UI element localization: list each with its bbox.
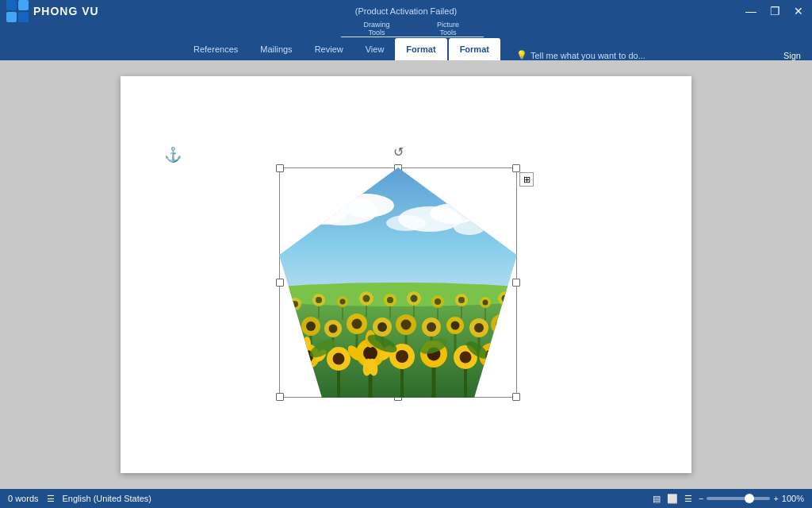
svg-point-30 xyxy=(435,298,441,305)
svg-point-63 xyxy=(451,321,460,330)
svg-point-83 xyxy=(333,353,345,365)
handle-middle-left[interactable] xyxy=(276,279,284,287)
svg-point-18 xyxy=(340,299,346,305)
svg-point-66 xyxy=(474,323,484,333)
language: English (United States) xyxy=(63,494,152,503)
svg-point-6 xyxy=(386,215,426,231)
svg-point-21 xyxy=(363,295,370,302)
close-button[interactable]: ✕ xyxy=(791,4,806,18)
shape-selection[interactable]: ↺ ⊞ xyxy=(279,167,517,398)
tab-format-picture[interactable]: Format xyxy=(449,38,500,60)
tab-view[interactable]: View xyxy=(354,38,396,60)
zoom-percent: 100% xyxy=(782,494,804,503)
svg-point-60 xyxy=(427,322,436,332)
svg-point-57 xyxy=(401,320,412,330)
view-print-icon[interactable]: ▤ xyxy=(653,494,661,504)
tab-references[interactable]: References xyxy=(182,38,249,60)
handle-top-right[interactable] xyxy=(512,164,520,172)
logo: PHONG VU xyxy=(6,0,99,22)
status-bar: 0 words ☰ English (United States) ▤ ⬜ ☰ … xyxy=(0,489,812,508)
svg-point-36 xyxy=(483,300,488,306)
layout-options-icon[interactable]: ⊞ xyxy=(519,172,534,187)
restore-button[interactable]: ❐ xyxy=(768,4,782,18)
svg-point-86 xyxy=(363,346,377,360)
zoom-slider[interactable] xyxy=(707,497,770,500)
handle-bottom-left[interactable] xyxy=(276,393,284,401)
status-right: ▤ ⬜ ☰ − + 100% xyxy=(653,494,804,504)
picture-tools-label: Picture Tools xyxy=(412,21,484,37)
handle-bottom-right[interactable] xyxy=(512,393,520,401)
svg-point-45 xyxy=(306,321,316,331)
tool-category-headers: Drawing Tools Picture Tools xyxy=(0,22,812,35)
svg-point-48 xyxy=(329,325,338,333)
zoom-minus-button[interactable]: − xyxy=(699,494,703,503)
drawing-tools-label: Drawing Tools xyxy=(341,21,412,37)
zoom-bar: − + 100% xyxy=(699,494,804,503)
view-web-icon[interactable]: ⬜ xyxy=(667,494,678,504)
handle-middle-right[interactable] xyxy=(512,279,520,287)
title-bar: PHONG VU (Product Activation Failed) — ❐… xyxy=(0,0,812,22)
logo-grid xyxy=(6,0,29,22)
minimize-button[interactable]: — xyxy=(744,4,758,18)
document-area: ⚓ ↺ ⊞ xyxy=(0,60,812,489)
tell-me-icon: 💡 xyxy=(516,50,527,60)
status-left: 0 words ☰ English (United States) xyxy=(8,494,151,504)
svg-point-33 xyxy=(458,297,465,303)
tell-me-text: Tell me what you want to do... xyxy=(530,51,645,60)
window-controls: — ❐ ✕ xyxy=(744,4,806,18)
logo-text: PHONG VU xyxy=(33,5,99,17)
rotate-handle[interactable]: ↺ xyxy=(392,145,404,158)
svg-point-51 xyxy=(352,319,362,329)
handle-top-left[interactable] xyxy=(276,164,284,172)
svg-point-54 xyxy=(377,322,387,332)
svg-point-97 xyxy=(396,350,408,363)
ribbon-tabs: References Mailings Review View Format F… xyxy=(0,35,812,60)
word-count: 0 words xyxy=(8,494,39,503)
tell-me-bar[interactable]: 💡 Tell me what you want to do... xyxy=(500,50,772,60)
zoom-thumb xyxy=(745,494,754,503)
title-bar-left: PHONG VU xyxy=(6,0,99,22)
window-title: (Product Activation Failed) xyxy=(355,6,457,16)
tab-mailings[interactable]: Mailings xyxy=(249,38,303,60)
tab-format-drawing[interactable]: Format xyxy=(395,38,446,60)
svg-point-24 xyxy=(387,297,393,303)
anchor-icon: ⚓ xyxy=(164,146,182,164)
tab-review[interactable]: Review xyxy=(304,38,354,60)
svg-point-15 xyxy=(316,297,322,303)
svg-point-27 xyxy=(411,295,418,302)
svg-point-103 xyxy=(460,352,472,364)
sign-in-button[interactable]: Sign xyxy=(772,51,812,60)
proofing-icon[interactable]: ☰ xyxy=(47,494,55,504)
zoom-plus-button[interactable]: + xyxy=(773,494,778,503)
view-read-icon[interactable]: ☰ xyxy=(684,494,692,504)
document-page: ⚓ ↺ ⊞ xyxy=(121,76,691,473)
